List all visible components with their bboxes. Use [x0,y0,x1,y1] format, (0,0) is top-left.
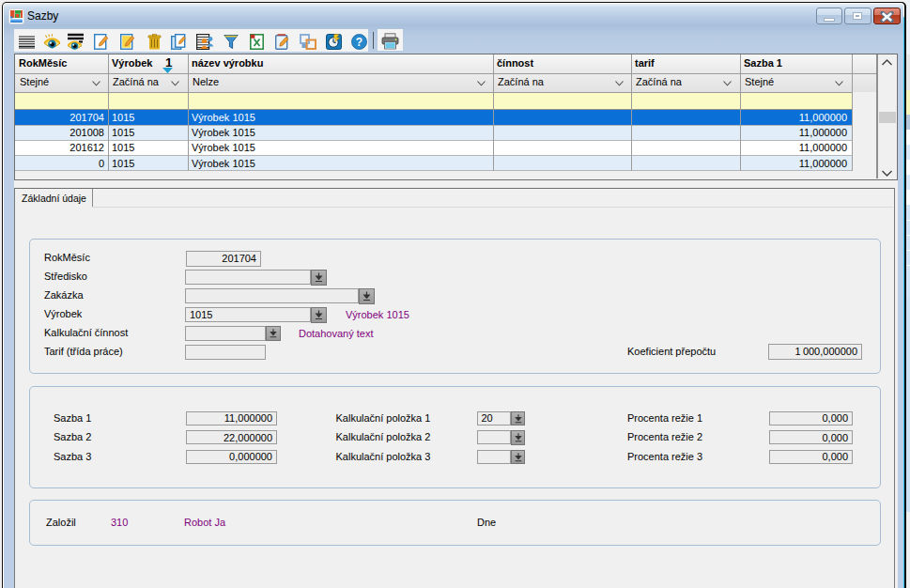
svg-text:?: ? [356,36,362,49]
